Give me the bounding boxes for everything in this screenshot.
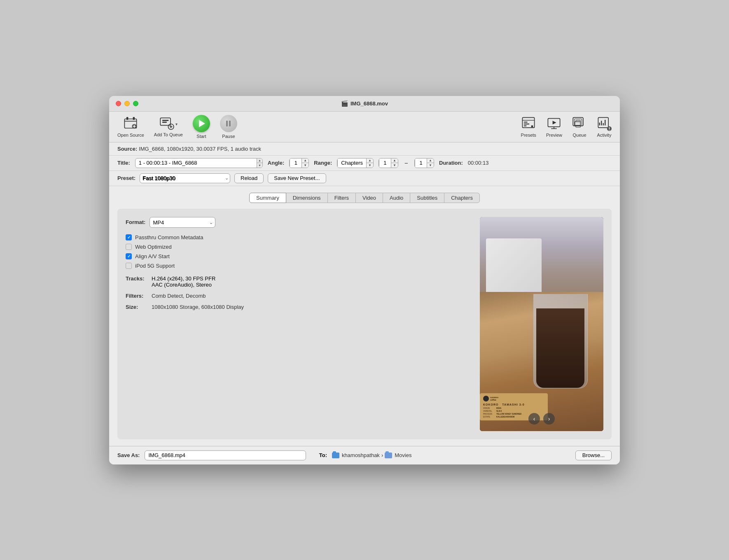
preview-nav: ‹ ›	[528, 413, 555, 425]
pause-bars	[226, 121, 231, 126]
queue-button[interactable]: Queue	[572, 116, 587, 138]
path-display: khamoshpathak › Movies	[332, 452, 411, 458]
format-select[interactable]	[150, 217, 215, 228]
range-stepper[interactable]: Chapters ▲ ▼	[337, 158, 374, 168]
presets-button[interactable]: Presets	[521, 116, 536, 138]
tab-audio[interactable]: Audio	[383, 193, 410, 203]
preset-select[interactable]: Fast 1080p30	[140, 173, 230, 183]
logo-circle	[483, 396, 489, 401]
range-from-up[interactable]: ▲	[391, 159, 398, 163]
range-from-stepper[interactable]: 1 ▲ ▼	[379, 158, 398, 168]
title-stepper[interactable]: ▲ ▼	[257, 159, 262, 168]
preview-prev-button[interactable]: ‹	[528, 413, 540, 425]
svg-rect-8	[162, 119, 169, 121]
traffic-lights	[116, 101, 138, 106]
checkbox-passthru-box[interactable]	[126, 234, 132, 240]
angle-value: 1	[290, 159, 302, 168]
angle-down-btn[interactable]: ▼	[302, 163, 308, 168]
start-button[interactable]: Start	[193, 115, 210, 139]
tracks-label: Tracks:	[126, 275, 148, 282]
tab-filters[interactable]: Filters	[327, 193, 356, 203]
range-from-down[interactable]: ▼	[391, 163, 398, 168]
tab-chapters[interactable]: Chapters	[444, 193, 480, 203]
toolbar: Open Source ▾ Add To Queue	[109, 112, 620, 142]
tab-summary[interactable]: Summary	[249, 193, 286, 203]
preset-select-wrapper[interactable]: Fast 1080p30 Fast 1080p30	[140, 173, 230, 183]
start-icon[interactable]	[193, 115, 210, 132]
close-button[interactable]	[116, 101, 121, 106]
activity-button[interactable]: Activity	[597, 116, 612, 138]
checkboxes: Passthru Common Metadata Web Optimized A…	[126, 234, 472, 269]
angle-stepper-control[interactable]: 1 ▲ ▼	[289, 158, 309, 168]
app-window: 🎬 IMG_6868.mov Open Source	[109, 96, 620, 464]
window-title: 🎬 IMG_6868.mov	[341, 100, 388, 107]
preview-label: Preview	[546, 133, 562, 138]
tracks-row: Tracks: H.264 (x264), 30 FPS PFR AAC (Co…	[126, 275, 472, 288]
maximize-button[interactable]	[133, 101, 138, 106]
title-down-btn[interactable]: ▼	[257, 163, 262, 168]
pause-label: Pause	[222, 134, 235, 139]
angle-label: Angle:	[268, 160, 284, 166]
checkbox-web[interactable]: Web Optimized	[126, 244, 472, 250]
tracks-value: H.264 (x264), 30 FPS PFR AAC (CoreAudio)…	[152, 275, 215, 288]
size-row: Size: 1080x1080 Storage, 608x1080 Displa…	[126, 304, 472, 310]
checkbox-align[interactable]: Align A/V Start	[126, 253, 472, 259]
add-queue-icon	[159, 117, 174, 131]
svg-rect-9	[162, 121, 167, 123]
svg-point-34	[609, 129, 610, 130]
checkbox-ipod[interactable]: iPod 5G Support	[126, 263, 472, 269]
filters-label: Filters:	[126, 293, 148, 299]
preview-image: curatorscoffee KOKORO TAMASHI 3-0 ORIGIN…	[480, 217, 603, 431]
checkbox-ipod-label: iPod 5G Support	[135, 263, 175, 269]
add-queue-dropdown-arrow[interactable]: ▾	[175, 122, 178, 126]
title-row: Title: 1 - 00:00:13 - IMG_6868 ▲ ▼ Angle…	[109, 156, 620, 171]
filters-row: Filters: Comb Detect, Decomb	[126, 293, 472, 299]
checkbox-passthru-label: Passthru Common Metadata	[135, 234, 203, 240]
preview-next-button[interactable]: ›	[543, 413, 555, 425]
activity-label: Activity	[597, 133, 612, 138]
angle-stepper[interactable]: 1 ▲ ▼	[289, 158, 309, 168]
open-source-icon	[123, 116, 138, 131]
format-select-wrapper[interactable]: MP4	[150, 217, 215, 228]
checkbox-align-label: Align A/V Start	[135, 253, 170, 259]
save-as-input[interactable]	[145, 450, 306, 460]
range-to-value: 1	[415, 159, 427, 168]
minimize-button[interactable]	[124, 101, 130, 106]
range-to-down[interactable]: ▼	[427, 163, 434, 168]
save-preset-button[interactable]: Save New Preset...	[268, 173, 326, 183]
card-title: KOKORO TAMASHI 3-0	[483, 403, 544, 406]
open-source-button[interactable]: Open Source	[117, 116, 144, 138]
range-to-stepper[interactable]: 1 ▲ ▼	[414, 158, 434, 168]
range-to-up[interactable]: ▲	[427, 159, 434, 163]
title-label: Title:	[117, 160, 130, 166]
title-up-btn[interactable]: ▲	[257, 159, 262, 163]
reload-button[interactable]: Reload	[234, 173, 264, 183]
title-input[interactable]: 1 - 00:00:13 - IMG_6868 ▲ ▼	[135, 158, 263, 168]
presets-icon	[521, 116, 536, 131]
card-row-varietal: VARIETAL SLN-9	[483, 410, 544, 412]
tab-video[interactable]: Video	[355, 193, 383, 203]
checkbox-web-box[interactable]	[126, 244, 132, 250]
preview-button[interactable]: Preview	[546, 116, 562, 138]
checkbox-passthru[interactable]: Passthru Common Metadata	[126, 234, 472, 240]
save-as-label: Save As:	[117, 452, 140, 458]
angle-up-btn[interactable]: ▲	[302, 159, 308, 163]
checkbox-align-box[interactable]	[126, 253, 132, 259]
range-up-btn[interactable]: ▲	[367, 159, 373, 163]
svg-marker-20	[553, 121, 556, 124]
pause-icon[interactable]	[220, 115, 237, 132]
add-to-queue-button[interactable]: ▾ Add To Queue	[154, 117, 183, 137]
range-down-btn[interactable]: ▼	[367, 163, 373, 168]
pause-button[interactable]: Pause	[220, 115, 237, 139]
source-label: Source:	[117, 146, 137, 152]
browse-button[interactable]: Browse...	[575, 450, 612, 460]
tab-dimensions[interactable]: Dimensions	[286, 193, 328, 203]
preview-icon	[547, 116, 561, 131]
tab-subtitles[interactable]: Subtitles	[410, 193, 444, 203]
main-content: Summary Dimensions Filters Video Audio S…	[109, 186, 620, 446]
range-type-stepper[interactable]: Chapters ▲ ▼	[337, 158, 374, 168]
checkbox-ipod-box[interactable]	[126, 263, 132, 269]
titlebar: 🎬 IMG_6868.mov	[109, 96, 620, 112]
format-row: Format: MP4	[126, 217, 472, 228]
user-folder-icon	[332, 453, 339, 458]
